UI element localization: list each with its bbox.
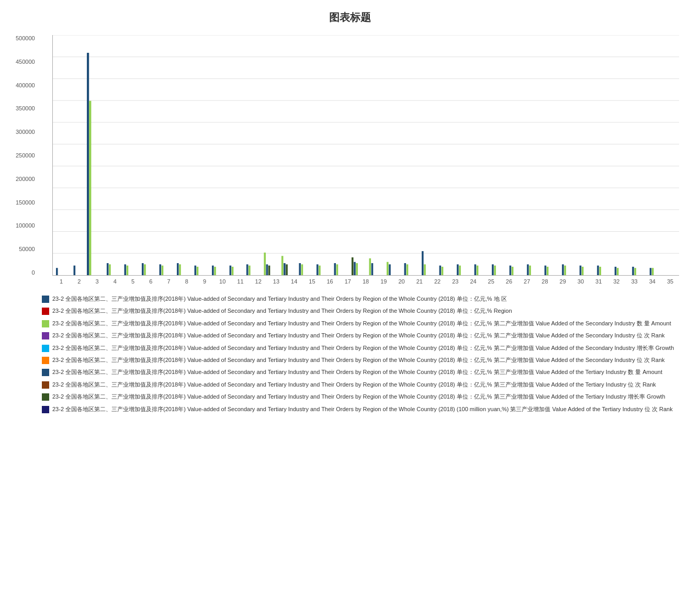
- x-label-4: 4: [106, 278, 124, 285]
- x-label-1: 1: [52, 278, 70, 285]
- y-label-350000: 350000: [16, 105, 35, 111]
- svg-rect-69: [547, 267, 549, 275]
- svg-rect-62: [492, 264, 494, 275]
- svg-rect-48: [369, 258, 371, 275]
- svg-rect-49: [371, 263, 374, 275]
- svg-rect-54: [422, 251, 424, 275]
- y-label-250000: 250000: [16, 152, 35, 158]
- legend-color-5: [42, 357, 49, 364]
- svg-rect-57: [442, 267, 444, 275]
- svg-rect-61: [477, 266, 479, 275]
- x-label-19: 19: [375, 278, 392, 285]
- svg-rect-75: [599, 267, 601, 275]
- legend-item-1: 23-2 全国各地区第二、三产业增加值及排序(2018年) Value-adde…: [42, 307, 684, 315]
- x-label-32: 32: [607, 278, 625, 285]
- legend-text-2: 23-2 全国各地区第二、三产业增加值及排序(2018年) Value-adde…: [52, 320, 671, 327]
- chart-title: 图表标题: [16, 10, 684, 25]
- svg-rect-27: [212, 266, 214, 275]
- legend-text-9: 23-2 全国各地区第二、三产业增加值及排序(2018年) Value-adde…: [52, 405, 673, 413]
- y-label-400000: 400000: [16, 82, 35, 88]
- y-label-100000: 100000: [16, 222, 35, 229]
- legend-color-3: [42, 332, 49, 339]
- svg-rect-66: [527, 264, 529, 275]
- legend-text-6: 23-2 全国各地区第二、三产业增加值及排序(2018年) Value-adde…: [52, 368, 662, 376]
- legend-item-7: 23-2 全国各地区第二、三产业增加值及排序(2018年) Value-adde…: [42, 381, 684, 389]
- svg-rect-72: [580, 266, 582, 275]
- svg-rect-15: [107, 263, 109, 275]
- x-label-22: 22: [428, 278, 446, 285]
- svg-rect-32: [249, 266, 251, 275]
- legend-text-0: 23-2 全国各地区第二、三产业增加值及排序(2018年) Value-adde…: [52, 295, 507, 303]
- svg-rect-64: [510, 266, 512, 275]
- svg-rect-43: [334, 263, 336, 275]
- svg-rect-46: [354, 262, 356, 275]
- y-label-50000: 50000: [19, 246, 35, 252]
- y-label-500000: 500000: [16, 35, 35, 41]
- x-label-28: 28: [536, 278, 554, 285]
- legend-text-5: 23-2 全国各地区第二、三产业增加值及排序(2018年) Value-adde…: [52, 356, 665, 364]
- svg-rect-67: [529, 266, 531, 275]
- svg-rect-59: [459, 266, 461, 275]
- legend-text-4: 23-2 全国各地区第二、三产业增加值及排序(2018年) Value-adde…: [52, 344, 674, 352]
- x-label-26: 26: [500, 278, 518, 285]
- legend-item-8: 23-2 全国各地区第二、三产业增加值及排序(2018年) Value-adde…: [42, 393, 684, 401]
- y-axis: 500000 450000 400000 350000 300000 25000…: [16, 35, 38, 276]
- svg-rect-38: [286, 264, 288, 275]
- legend-color-4: [42, 345, 49, 352]
- svg-rect-53: [407, 264, 409, 275]
- svg-rect-40: [301, 264, 303, 275]
- x-label-24: 24: [464, 278, 482, 285]
- x-label-3: 3: [88, 278, 106, 285]
- svg-rect-47: [356, 263, 358, 275]
- svg-rect-23: [177, 263, 179, 275]
- x-label-14: 14: [285, 278, 303, 285]
- legend-color-8: [42, 393, 49, 401]
- svg-rect-51: [389, 264, 391, 275]
- svg-rect-41: [317, 264, 319, 275]
- x-label-35: 35: [661, 278, 679, 285]
- y-label-450000: 450000: [16, 59, 35, 65]
- x-label-23: 23: [446, 278, 464, 285]
- svg-rect-45: [352, 257, 354, 275]
- legend-item-0: 23-2 全国各地区第二、三产业增加值及排序(2018年) Value-adde…: [42, 295, 684, 303]
- x-label-21: 21: [411, 278, 428, 285]
- x-label-10: 10: [213, 278, 231, 285]
- svg-rect-33: [264, 253, 266, 275]
- x-label-6: 6: [142, 278, 160, 285]
- svg-rect-79: [634, 268, 636, 275]
- svg-rect-76: [615, 267, 617, 275]
- legend-color-2: [42, 320, 49, 327]
- svg-rect-80: [650, 268, 652, 275]
- svg-rect-21: [159, 264, 161, 275]
- chart-container: 图表标题 500000 450000 400000 350000 300000 …: [0, 0, 700, 428]
- svg-rect-25: [195, 266, 197, 275]
- svg-rect-52: [404, 263, 407, 275]
- legend-color-9: [42, 406, 49, 413]
- legend-item-5: 23-2 全国各地区第二、三产业增加值及排序(2018年) Value-adde…: [42, 356, 684, 364]
- x-label-2: 2: [70, 278, 88, 285]
- svg-rect-30: [232, 267, 234, 275]
- svg-rect-31: [246, 264, 249, 275]
- x-label-16: 16: [321, 278, 339, 285]
- x-label-9: 9: [196, 278, 213, 285]
- svg-rect-22: [162, 266, 164, 275]
- svg-rect-12: [89, 101, 91, 275]
- legend: 23-2 全国各地区第二、三产业增加值及排序(2018年) Value-adde…: [42, 295, 684, 413]
- svg-rect-78: [632, 267, 634, 275]
- svg-rect-58: [457, 264, 459, 275]
- x-label-5: 5: [124, 278, 142, 285]
- svg-rect-56: [439, 266, 442, 275]
- legend-item-2: 23-2 全国各地区第二、三产业增加值及排序(2018年) Value-adde…: [42, 320, 684, 327]
- x-label-18: 18: [357, 278, 375, 285]
- svg-rect-14: [74, 266, 76, 275]
- legend-item-3: 23-2 全国各地区第二、三产业增加值及排序(2018年) Value-adde…: [42, 332, 684, 339]
- chart-svg: [52, 35, 679, 276]
- svg-rect-50: [387, 262, 389, 275]
- legend-color-0: [42, 296, 49, 303]
- x-axis: 1 2 3 4 5 6 7 8 9 10 11 12 13 14 15 16 1…: [52, 278, 679, 285]
- x-label-8: 8: [178, 278, 196, 285]
- legend-item-6: 23-2 全国各地区第二、三产业增加值及排序(2018年) Value-adde…: [42, 368, 684, 376]
- svg-rect-39: [299, 263, 301, 275]
- svg-rect-37: [284, 263, 286, 275]
- x-label-34: 34: [643, 278, 661, 285]
